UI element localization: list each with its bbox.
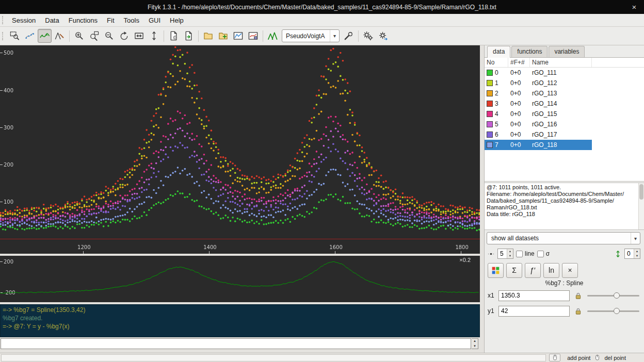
mouse-hints-button[interactable] bbox=[549, 354, 560, 361]
menu-help[interactable]: Help bbox=[165, 15, 188, 26]
color-swatch[interactable] bbox=[487, 121, 493, 127]
lock-icon[interactable] bbox=[573, 306, 583, 316]
color-swatch[interactable] bbox=[487, 90, 493, 96]
history-down-button[interactable]: ▼ bbox=[472, 344, 478, 349]
line-checkbox-box[interactable] bbox=[516, 251, 523, 257]
command-history-spinner[interactable]: ▲ ▼ bbox=[472, 338, 478, 349]
dataset-row-rGO_113[interactable]: 20+0rGO_113 bbox=[485, 88, 644, 98]
tab-functions[interactable]: functions bbox=[511, 46, 548, 57]
add-peak-mode-icon bbox=[55, 31, 65, 41]
zoom-vertical-button[interactable] bbox=[147, 29, 161, 43]
dataset-row-rGO_112[interactable]: 10+0rGO_112 bbox=[485, 78, 644, 88]
add-function-button[interactable] bbox=[266, 29, 280, 43]
data-editor-button[interactable] bbox=[231, 29, 245, 43]
shift-spinner[interactable]: 0 ▲▼ bbox=[624, 249, 640, 259]
slider-handle[interactable] bbox=[614, 292, 620, 299]
param-x1-input[interactable] bbox=[498, 290, 570, 301]
add-peak-mode-button[interactable] bbox=[53, 29, 67, 43]
dataset-colors-button[interactable] bbox=[488, 263, 504, 278]
param-y1-input[interactable] bbox=[498, 306, 570, 317]
aux-plot-canvas[interactable] bbox=[0, 256, 480, 302]
aux-plot[interactable]: ×0.2 bbox=[0, 256, 480, 302]
zoom-in-button[interactable] bbox=[72, 29, 86, 43]
dataset-row-rGO_111[interactable]: 00+0rGO_111 bbox=[485, 68, 644, 78]
append-data-button[interactable] bbox=[216, 29, 230, 43]
dataset-row-rGO_114[interactable]: 30+0rGO_114 bbox=[485, 98, 644, 109]
line-checkbox[interactable]: line bbox=[516, 250, 535, 257]
exec-script-button[interactable] bbox=[182, 29, 196, 43]
color-swatch[interactable] bbox=[487, 80, 493, 86]
dataset-row-rGO_115[interactable]: 40+0rGO_115 bbox=[485, 109, 644, 119]
spinner-up-icon[interactable]: ▲ bbox=[634, 249, 640, 254]
load-data-button[interactable] bbox=[201, 29, 215, 43]
lock-icon[interactable] bbox=[573, 290, 583, 301]
toolbar-grip[interactable] bbox=[2, 32, 5, 40]
shift-arrows-icon[interactable] bbox=[614, 250, 622, 258]
zoom-out-icon bbox=[104, 31, 114, 41]
column-header[interactable]: Name bbox=[530, 58, 592, 67]
color-swatch[interactable] bbox=[487, 142, 493, 148]
auto-add-button[interactable] bbox=[342, 29, 356, 43]
menubar-grip[interactable] bbox=[2, 16, 5, 24]
menu-tools[interactable]: Tools bbox=[119, 15, 144, 26]
sum-button[interactable]: Σ bbox=[506, 263, 522, 278]
column-header[interactable]: #F+# bbox=[508, 58, 530, 67]
zoom-box-button[interactable] bbox=[87, 29, 101, 43]
window-title: Fityk 1.3.1 - /home/aleplo/test/Document… bbox=[148, 4, 496, 11]
column-header[interactable]: No bbox=[485, 58, 508, 67]
menu-fit[interactable]: Fit bbox=[102, 15, 119, 26]
tab-data[interactable]: data bbox=[487, 46, 510, 58]
zoom-previous-button[interactable] bbox=[117, 29, 131, 43]
color-swatch[interactable] bbox=[487, 101, 493, 107]
param-y1-slider[interactable] bbox=[586, 306, 640, 316]
tab-variables[interactable]: variables bbox=[549, 46, 585, 57]
menu-functions[interactable]: Functions bbox=[64, 15, 102, 26]
spinner-up-icon[interactable]: ▲ bbox=[507, 249, 513, 254]
slider-handle[interactable] bbox=[614, 308, 620, 314]
main-plot[interactable] bbox=[0, 45, 480, 254]
derivative-button[interactable]: ƒ′ bbox=[525, 263, 541, 278]
color-swatch[interactable] bbox=[487, 131, 493, 138]
dataset-fcount: 0+0 bbox=[508, 78, 530, 88]
info-line: Filename: /home/aleplo/test/Documents/Ch… bbox=[487, 191, 637, 198]
dataset-filter-dropdown[interactable]: show all datasets ▾ bbox=[487, 232, 640, 244]
dataset-fcount: 0+0 bbox=[508, 109, 530, 119]
dataset-name: rGO_113 bbox=[530, 88, 592, 98]
line-checkbox-label: line bbox=[525, 250, 535, 257]
sigma-checkbox[interactable]: σ bbox=[537, 250, 550, 257]
main-plot-canvas[interactable] bbox=[0, 45, 480, 254]
baseline-mode-button[interactable] bbox=[38, 29, 52, 43]
info-scrollbar[interactable] bbox=[638, 183, 644, 229]
close-button[interactable]: × bbox=[630, 2, 639, 11]
zoom-mode-button[interactable] bbox=[8, 29, 22, 43]
log-button[interactable]: ln bbox=[543, 263, 559, 278]
menu-gui[interactable]: GUI bbox=[144, 15, 165, 26]
new-session-button[interactable] bbox=[167, 29, 181, 43]
data-export-button[interactable] bbox=[246, 29, 260, 43]
fit-run-button[interactable] bbox=[361, 29, 375, 43]
dataset-row-rGO_117[interactable]: 60+0rGO_117 bbox=[485, 129, 644, 140]
peak-type-combobox[interactable]: PseudoVoigtA ▾ bbox=[282, 29, 340, 42]
sigma-checkbox-box[interactable] bbox=[537, 251, 544, 257]
dataset-row-rGO_118[interactable]: 70+0rGO_118 bbox=[485, 140, 644, 150]
toolbar: PseudoVoigtA ▾ bbox=[0, 27, 644, 45]
color-swatch[interactable] bbox=[487, 111, 493, 117]
zoom-out-button[interactable] bbox=[102, 29, 116, 43]
spinner-down-icon[interactable]: ▼ bbox=[507, 254, 513, 258]
point-size-spinner[interactable]: 5 ▲▼ bbox=[497, 249, 513, 259]
dataset-row-rGO_116[interactable]: 50+0rGO_116 bbox=[485, 119, 644, 129]
spinner-down-icon[interactable]: ▼ bbox=[634, 254, 640, 258]
history-up-button[interactable]: ▲ bbox=[472, 339, 478, 344]
data-range-mode-button[interactable] bbox=[23, 29, 37, 43]
param-x1-slider[interactable] bbox=[586, 290, 640, 301]
zoom-all-button[interactable] bbox=[132, 29, 146, 43]
info-scrollbar-thumb[interactable] bbox=[639, 184, 643, 200]
menu-session[interactable]: Session bbox=[7, 15, 40, 26]
command-input[interactable] bbox=[1, 338, 471, 349]
view-buttons-row: Σƒ′ln× bbox=[485, 262, 644, 278]
delete-button[interactable]: × bbox=[562, 263, 578, 278]
color-swatch[interactable] bbox=[487, 70, 493, 76]
active-function-label: %bg7 : Spline bbox=[485, 279, 644, 287]
menu-data[interactable]: Data bbox=[40, 15, 63, 26]
fit-settings-button[interactable] bbox=[376, 29, 390, 43]
